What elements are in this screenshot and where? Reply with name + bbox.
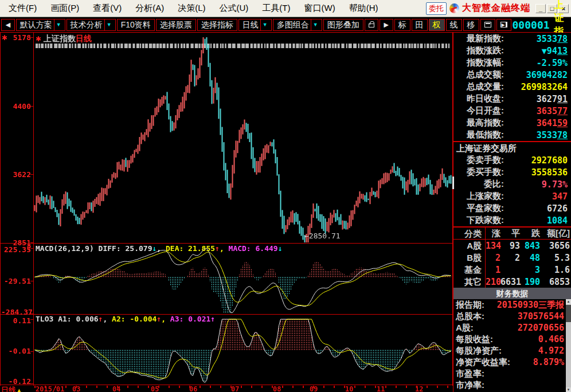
scrollbar[interactable]: ▲ ▼	[566, 299, 571, 392]
menu-item-7[interactable]: 窗口(W)	[298, 1, 341, 16]
quote-section: 最新指数:353378指数涨跌:▼9413指数涨幅:-2.59%总成交额:369…	[453, 33, 571, 141]
table-cell: 48	[520, 253, 540, 263]
menu-item-6[interactable]: 工具(T)	[256, 1, 296, 16]
table-cell: 2	[500, 253, 520, 263]
quote-label: 委卖手数:	[453, 155, 504, 166]
row-label: 其它	[453, 276, 486, 288]
indicator-label-part: ,	[220, 244, 229, 253]
quote-value-main: 3635	[537, 106, 557, 116]
quote-row: 总成交额:36904282	[453, 69, 571, 81]
indicator-label-part: ,	[103, 315, 112, 323]
quote-value-main: 36904282	[526, 70, 568, 80]
finance-row: 净资产收益率:8.879%	[453, 356, 571, 368]
indicator-help-icon[interactable]: ?	[27, 244, 31, 252]
quote-label: 委买手数:	[453, 167, 504, 178]
column-header: 涨	[486, 228, 500, 239]
axis-tick-label: 5178	[1, 33, 31, 42]
indicator-label-part: A1: 0.006	[58, 315, 98, 323]
toolbar-button-multi-chart[interactable]: 多图组合▼	[273, 19, 322, 31]
toolbar-button-mark[interactable]: 标	[394, 19, 410, 31]
toolbar-button-rights-adjust[interactable]: 权	[429, 19, 445, 31]
toolbar-button-technical-analysis[interactable]: 技术分析▼	[67, 19, 116, 31]
toolbar-button-chart-overlay[interactable]: 图形叠加	[323, 19, 363, 31]
chevron-down-icon[interactable]: ▼	[311, 19, 318, 30]
toolbar-button-panel-layout[interactable]	[480, 19, 495, 31]
finance-label: A股:	[453, 323, 474, 334]
indicator-label-part: ↑	[215, 244, 220, 253]
toolbar-button-label: 选择指标	[201, 19, 233, 30]
chart-title-period: 日线	[76, 34, 92, 43]
toolbar-button-select-indicator[interactable]: 选择指标	[197, 19, 237, 31]
exchange-section: 上海证券交易所委卖手数:2927680委买手数:3558536委比:9.73%上…	[453, 142, 571, 226]
quote-value: -2.59%	[504, 58, 571, 68]
quote-value: 353378	[504, 130, 571, 140]
quote-value-main: 2927680	[531, 155, 568, 166]
chart-canvas[interactable]	[0, 33, 453, 386]
quote-value-main: 1084	[547, 215, 568, 226]
exchange-name: 上海证券交易所	[453, 142, 571, 154]
toolbar: ◄默认方案▼技术分析▼F10资料选择股票选择指标日线▼多图组合▼图形叠加►标田权…	[0, 17, 571, 32]
finance-label: 总股本:	[453, 311, 484, 322]
stock-code: 000001	[513, 19, 550, 31]
menu-item-5[interactable]: 公式(U)	[213, 1, 255, 16]
scroll-up-icon[interactable]: ▲	[566, 299, 571, 304]
finance-row: 每股净资产:4.972	[453, 345, 571, 356]
quote-value-main: 3533	[537, 34, 557, 44]
indicator-label-part: DIFF: 25.079	[99, 244, 152, 253]
toolbar-button-f10-info[interactable]: F10资料	[117, 19, 155, 31]
menu-item-4[interactable]: 决策(L)	[171, 1, 212, 16]
row-label: 基金	[453, 264, 486, 276]
quote-value: ▼9413	[504, 46, 571, 56]
quote-value: 347	[504, 191, 571, 202]
quote-label: 指数涨跌:	[453, 45, 504, 56]
weituo-button[interactable]: 委托	[426, 2, 447, 15]
quote-row: 总成交量:269983264	[453, 81, 571, 93]
menu-item-2[interactable]: 查看(V)	[87, 1, 128, 16]
toolbar-button-default-scheme[interactable]: 默认方案▼	[16, 19, 65, 31]
finance-row: 每股收益:0.466	[453, 334, 571, 345]
finance-row: 市净率:	[453, 379, 571, 391]
toolbar-button-panel-next[interactable]	[496, 19, 511, 31]
toolbar-button-label: 默认方案	[20, 19, 52, 30]
quote-row: 委买手数:3558536	[453, 166, 571, 178]
period-status: 日线▲	[1, 385, 22, 392]
table-cell: 134	[486, 241, 500, 251]
chart-settings-icon[interactable]: ✱	[36, 35, 41, 43]
quote-value-main: 3627	[537, 94, 557, 104]
date-label: 2015/01	[36, 385, 65, 392]
menu-item-0[interactable]: 文件(F)	[2, 1, 43, 16]
quote-row: 委卖手数:2927680	[453, 154, 571, 166]
date-axis[interactable]: 日线▲ 2015/0103040506070809101112	[0, 386, 453, 392]
quote-label: 今日开盘:	[453, 105, 504, 116]
panel-scroll-thumb[interactable]	[452, 177, 454, 189]
chevron-down-icon[interactable]: ▼	[260, 19, 268, 30]
scroll-down-icon[interactable]: ▼	[566, 387, 571, 392]
chevron-down-icon[interactable]: ▼	[104, 19, 112, 30]
menu-items: 文件(F)画面(P)查看(V)分析(A)决策(L)公式(U)工具(T)窗口(W)…	[2, 1, 384, 16]
toolbar-button-move[interactable]: 移	[463, 19, 479, 31]
menu-item-1[interactable]: 画面(P)	[44, 1, 85, 16]
quote-row: 最低指数:353378	[453, 129, 571, 141]
toolbar-button-label: 选择股票	[160, 19, 192, 30]
table-row: 基金131.6	[453, 264, 571, 276]
finance-value: 20150930三季报	[484, 300, 571, 311]
chevron-down-icon[interactable]: ▼	[54, 19, 61, 30]
toolbar-button-select-stock[interactable]: 选择股票	[156, 19, 196, 31]
finance-row: 报告期:20150930三季报	[453, 299, 571, 311]
toolbar-button-lock[interactable]	[365, 19, 378, 31]
axis-tick-label: -29.51	[1, 277, 31, 285]
toolbar-button-label: 线	[450, 19, 458, 30]
quote-row: 最新指数:353378	[453, 33, 571, 45]
toolbar-button-line[interactable]: 线	[446, 19, 462, 31]
scroll-thumb[interactable]	[566, 305, 571, 322]
table-cell: 93	[500, 241, 520, 251]
low-annotation: ←2850.71	[304, 232, 341, 240]
toolbar-button-grid[interactable]: 田	[412, 19, 428, 31]
toolbar-button-play[interactable]: ►	[380, 19, 393, 31]
menu-item-3[interactable]: 分析(A)	[129, 1, 170, 16]
toolbar-button-period-daily[interactable]: 日线▼	[238, 19, 272, 31]
main-area: ✱ ✱ 上证指数日线 5178440036222851225.35-29.51-…	[0, 32, 571, 392]
menu-item-8[interactable]: 帮助(H)	[343, 1, 385, 16]
toolbar-button-back[interactable]: ◄	[1, 19, 15, 31]
period-arrow-icon: ▲	[16, 387, 22, 392]
